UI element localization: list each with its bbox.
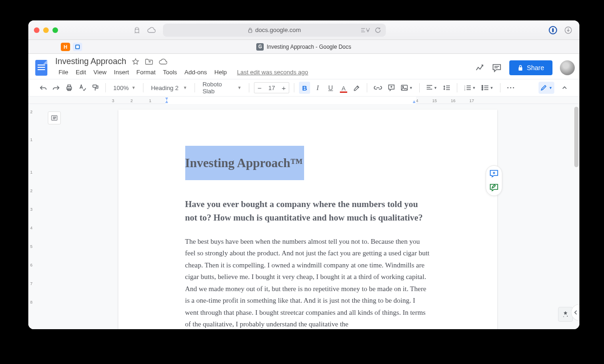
svg-text:4: 4 bbox=[30, 226, 32, 230]
svg-rect-2 bbox=[248, 30, 252, 32]
close-window[interactable] bbox=[34, 27, 39, 33]
svg-point-0 bbox=[136, 29, 136, 29]
svg-text:7: 7 bbox=[30, 281, 32, 286]
menu-insert[interactable]: Insert bbox=[110, 67, 132, 77]
document-title[interactable]: Investing Approach bbox=[55, 57, 126, 66]
svg-point-23 bbox=[513, 87, 514, 89]
svg-point-59 bbox=[567, 316, 568, 317]
collapse-toolbar-button[interactable] bbox=[559, 82, 570, 94]
tab-title[interactable]: Investing Approach - Google Docs bbox=[266, 44, 351, 50]
svg-rect-13 bbox=[402, 85, 408, 91]
svg-rect-12 bbox=[93, 85, 97, 87]
svg-text:2: 2 bbox=[130, 98, 133, 103]
menu-tools[interactable]: Tools bbox=[160, 67, 180, 77]
zoom-select[interactable]: 100%▼ bbox=[110, 82, 138, 94]
menu-format[interactable]: Format bbox=[133, 67, 159, 77]
font-family-select[interactable]: Roboto Slab▼ bbox=[200, 82, 244, 94]
suggest-edits-float-button[interactable] bbox=[489, 183, 499, 192]
browser-tabstrip: H G Investing Approach - Google Docs bbox=[28, 40, 579, 54]
bulleted-list-button[interactable]: ▼ bbox=[480, 82, 495, 94]
font-size: − 17 + bbox=[254, 82, 289, 93]
numbered-list-button[interactable]: 123▼ bbox=[462, 82, 478, 94]
star-icon[interactable] bbox=[132, 58, 139, 65]
app-window: docs.google.com H G Investing Approa bbox=[28, 20, 579, 329]
svg-text:17: 17 bbox=[469, 98, 474, 103]
menu-addons[interactable]: Add-ons bbox=[181, 67, 210, 77]
comment-float bbox=[486, 165, 502, 196]
1password-icon[interactable] bbox=[549, 26, 557, 34]
move-icon[interactable] bbox=[145, 58, 153, 65]
font-size-decrease[interactable]: − bbox=[254, 83, 265, 93]
text-color-button[interactable]: A bbox=[338, 82, 349, 94]
editing-mode-button[interactable]: ▼ bbox=[539, 82, 554, 94]
document-title-heading[interactable]: Investing Approach™ bbox=[185, 146, 305, 180]
font-size-increase[interactable]: + bbox=[279, 83, 289, 93]
lock-icon bbox=[248, 27, 253, 33]
menu-help[interactable]: Help bbox=[211, 67, 230, 77]
font-size-value[interactable]: 17 bbox=[265, 84, 279, 91]
italic-button[interactable]: I bbox=[312, 82, 323, 94]
svg-text:3: 3 bbox=[30, 207, 32, 212]
minimize-window[interactable] bbox=[43, 27, 49, 33]
scrollbar[interactable] bbox=[574, 107, 578, 167]
document-subheading[interactable]: Have you ever bought a company where the… bbox=[185, 197, 430, 225]
cloud-save-icon[interactable] bbox=[159, 58, 167, 65]
add-comment-float-button[interactable] bbox=[489, 169, 499, 178]
menu-file[interactable]: File bbox=[55, 67, 71, 77]
docs-logo[interactable] bbox=[33, 57, 50, 79]
underline-button[interactable]: U bbox=[325, 82, 336, 94]
insert-image-button[interactable]: ▼ bbox=[399, 82, 415, 94]
add-comment-button[interactable] bbox=[386, 82, 397, 94]
cloud-icon[interactable] bbox=[147, 27, 156, 33]
line-spacing-button[interactable] bbox=[441, 82, 452, 94]
comments-icon[interactable] bbox=[492, 63, 502, 72]
align-button[interactable]: ▼ bbox=[424, 82, 439, 94]
formatting-toolbar: 100%▼ Heading 2▼ Roboto Slab▼ − 17 + B I… bbox=[28, 79, 579, 97]
reader-icon[interactable] bbox=[361, 27, 370, 33]
highlight-button[interactable] bbox=[351, 82, 362, 94]
account-avatar[interactable] bbox=[560, 60, 575, 75]
svg-text:15: 15 bbox=[432, 98, 437, 103]
svg-text:16: 16 bbox=[451, 98, 455, 103]
last-edit-info[interactable]: Last edit was seconds ago bbox=[234, 67, 312, 77]
svg-text:2: 2 bbox=[30, 110, 32, 114]
ghost-extension-icon[interactable] bbox=[133, 26, 141, 34]
bold-button[interactable]: B bbox=[299, 82, 310, 94]
svg-text:3: 3 bbox=[464, 89, 466, 91]
insert-link-button[interactable] bbox=[372, 82, 384, 94]
explore-button[interactable] bbox=[558, 307, 573, 322]
share-button[interactable]: Share bbox=[509, 60, 552, 75]
activity-icon[interactable] bbox=[475, 63, 484, 72]
print-button[interactable] bbox=[64, 82, 75, 94]
redo-button[interactable] bbox=[51, 82, 62, 94]
horizontal-ruler[interactable]: 321 123 456 789 101112 131415 1617 bbox=[28, 97, 579, 104]
svg-point-19 bbox=[482, 87, 483, 88]
svg-rect-4 bbox=[552, 28, 553, 32]
document-body[interactable]: The best buys have been when the numbers… bbox=[185, 236, 430, 329]
page[interactable]: Investing Approach™ Have you ever bought… bbox=[118, 110, 497, 329]
downloads-icon[interactable] bbox=[565, 26, 572, 34]
undo-button[interactable] bbox=[38, 82, 49, 94]
outline-toggle[interactable] bbox=[48, 111, 61, 124]
svg-rect-8 bbox=[519, 67, 522, 71]
more-tools-button[interactable] bbox=[505, 82, 516, 94]
paint-format-button[interactable] bbox=[90, 82, 101, 94]
svg-point-14 bbox=[403, 86, 403, 87]
document-scroll[interactable]: Investing Approach™ Have you ever bought… bbox=[36, 104, 579, 329]
svg-rect-10 bbox=[68, 85, 71, 87]
menu-view[interactable]: View bbox=[90, 67, 110, 77]
paragraph-style-select[interactable]: Heading 2▼ bbox=[148, 82, 190, 94]
lock-icon bbox=[518, 65, 523, 71]
menu-bar: File Edit View Insert Format Tools Add-o… bbox=[55, 67, 469, 77]
browser-titlebar: docs.google.com bbox=[28, 20, 579, 40]
menu-edit[interactable]: Edit bbox=[72, 67, 89, 77]
vertical-ruler[interactable]: 21 123 456 78 bbox=[28, 104, 36, 329]
url-bar[interactable]: docs.google.com bbox=[163, 24, 386, 37]
url-text: docs.google.com bbox=[255, 26, 301, 33]
reload-icon[interactable] bbox=[375, 27, 381, 33]
pinned-tab-1[interactable]: H bbox=[61, 43, 70, 51]
share-label: Share bbox=[527, 64, 544, 72]
maximize-window[interactable] bbox=[52, 27, 58, 33]
spellcheck-button[interactable] bbox=[77, 82, 88, 94]
pinned-tab-2[interactable] bbox=[73, 43, 82, 51]
